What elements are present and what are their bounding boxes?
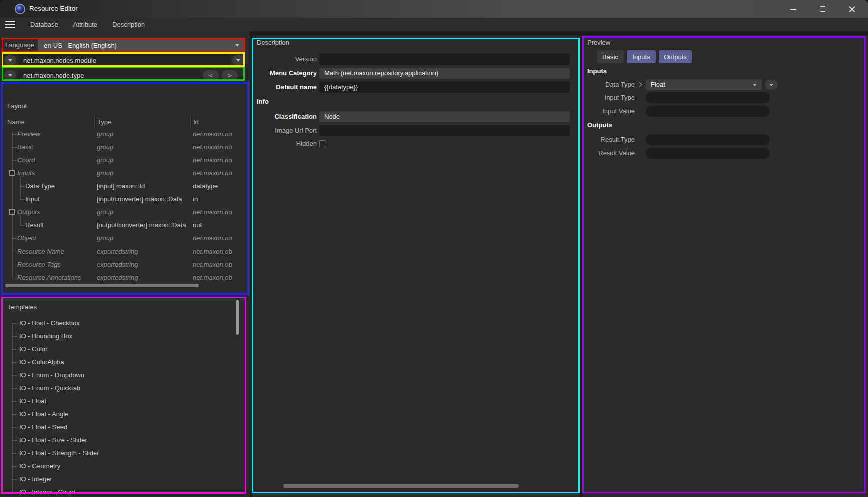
menu-category-field[interactable]: Math (net.maxon.repository.application) xyxy=(319,68,570,79)
column-header-id[interactable]: Id xyxy=(190,116,249,128)
list-item[interactable]: IO - ColorAlpha xyxy=(0,356,246,369)
row-type-cell: [output/converter] maxon::Data xyxy=(94,219,190,232)
row-name-cell: Data Type xyxy=(0,180,94,193)
row-id-cell: net.maxon.no xyxy=(190,141,249,154)
row-type-cell: group xyxy=(94,141,190,154)
collapse-expander-icon[interactable] xyxy=(9,209,15,215)
inputs-section-title: Inputs xyxy=(587,67,607,75)
list-item[interactable]: IO - Geometry xyxy=(0,460,246,473)
preview-tab[interactable]: Outputs xyxy=(659,50,692,63)
row-name-cell: Resource Annotations xyxy=(0,271,94,282)
image-url-port-field[interactable] xyxy=(319,125,570,136)
maximize-button[interactable] xyxy=(811,0,834,18)
menu-item[interactable]: Description xyxy=(111,20,146,29)
table-row[interactable]: Result [output/converter] maxon::Data ou… xyxy=(0,219,249,232)
list-item[interactable]: IO - Bool - Checkbox xyxy=(0,317,246,330)
row-id-cell: net.maxon.no xyxy=(190,154,249,167)
hidden-checkbox[interactable] xyxy=(319,140,326,147)
input-type-label: Input Type xyxy=(535,92,635,103)
preview-tab[interactable]: Basic xyxy=(597,50,624,63)
result-value-field[interactable] xyxy=(646,148,770,159)
table-row[interactable]: Data Type [input] maxon::Id datatype xyxy=(0,180,249,193)
minimize-button[interactable] xyxy=(782,0,805,18)
classification-field[interactable]: Node xyxy=(319,111,570,122)
description-horizontal-scrollbar[interactable] xyxy=(283,484,519,488)
list-item[interactable]: IO - Enum - Dropdown xyxy=(0,369,246,382)
default-name-field[interactable]: {{datatype}} xyxy=(319,82,570,93)
table-row[interactable]: Object group net.maxon.no xyxy=(0,232,249,245)
hidden-row: Hidden xyxy=(253,138,573,149)
menu-bar: DatabaseAttributeDescription xyxy=(0,18,868,31)
node-type-field[interactable]: net.maxon.node.type xyxy=(18,69,200,82)
data-type-row: Data Type Float xyxy=(583,79,863,90)
templates-vertical-scrollbar[interactable] xyxy=(236,300,239,335)
list-item[interactable]: IO - Float - Angle xyxy=(0,408,246,421)
chevron-down-icon xyxy=(769,84,773,86)
table-row[interactable]: Inputs group net.maxon.no xyxy=(0,167,249,180)
list-item[interactable]: IO - Float - Seed xyxy=(0,421,246,434)
table-row[interactable]: Basic group net.maxon.no xyxy=(0,141,249,154)
module-options-button[interactable] xyxy=(232,55,244,65)
version-field[interactable] xyxy=(319,54,570,65)
row-id-cell: datatype xyxy=(190,180,249,193)
module-dropdown-button[interactable] xyxy=(4,55,16,65)
collapse-expander-icon[interactable] xyxy=(9,170,15,176)
row-id-cell: net.maxon.ob xyxy=(190,258,249,271)
data-type-options-button[interactable] xyxy=(765,80,778,90)
data-type-dropdown[interactable]: Float xyxy=(646,79,762,90)
input-type-field[interactable] xyxy=(646,92,770,103)
input-value-field[interactable] xyxy=(646,106,770,117)
menu-item[interactable]: Attribute xyxy=(72,20,98,29)
list-item[interactable]: IO - Integer xyxy=(0,473,246,486)
column-header-name[interactable]: Name xyxy=(0,116,94,128)
table-row[interactable]: Resource Name exportedstring net.maxon.o… xyxy=(0,245,249,258)
row-type-cell: exportedstring xyxy=(94,271,190,282)
module-id-field[interactable]: net.maxon.nodes.module xyxy=(18,54,230,67)
row-type-cell: exportedstring xyxy=(94,245,190,258)
table-row[interactable]: Resource Annotations exportedstring net.… xyxy=(0,271,249,282)
list-item[interactable]: IO - Float xyxy=(0,395,246,408)
list-item[interactable]: IO - Color xyxy=(0,343,246,356)
list-item[interactable]: IO - Float - Size - Slider xyxy=(0,434,246,447)
maximize-icon xyxy=(820,6,825,12)
close-button[interactable] xyxy=(840,0,863,18)
templates-panel-title: Templates xyxy=(7,303,37,311)
next-node-button[interactable]: > xyxy=(222,70,238,81)
result-value-row: Result Value xyxy=(583,148,863,159)
menu-category-row: Menu Category Math (net.maxon.repository… xyxy=(253,68,573,79)
table-row[interactable]: Resource Tags exportedstring net.maxon.o… xyxy=(0,258,249,271)
preview-tab[interactable]: Inputs xyxy=(627,50,656,63)
hamburger-menu-icon[interactable] xyxy=(5,21,15,28)
type-dropdown-button[interactable] xyxy=(4,70,16,80)
chevron-down-icon xyxy=(235,44,239,47)
layout-table-rows: Preview group net.maxon.no Basic group n… xyxy=(0,128,249,282)
layout-horizontal-scrollbar[interactable] xyxy=(5,284,199,287)
menu-items: DatabaseAttributeDescription xyxy=(29,21,159,28)
table-row[interactable]: Input [input/converter] maxon::Data in xyxy=(0,193,249,206)
row-name-cell: Preview xyxy=(0,128,94,141)
chevron-right-icon xyxy=(637,82,642,87)
image-url-port-label: Image Url Port xyxy=(253,125,317,136)
node-type-row: net.maxon.node.type < > xyxy=(0,69,249,82)
result-type-label: Result Type xyxy=(535,134,635,145)
row-type-cell: group xyxy=(94,128,190,141)
column-header-type[interactable]: Type xyxy=(94,116,190,128)
menu-item[interactable]: Database xyxy=(29,20,59,29)
classification-row: Classification Node xyxy=(253,111,573,122)
table-row[interactable]: Outputs group net.maxon.no xyxy=(0,206,249,219)
version-label: Version xyxy=(253,54,317,65)
list-item[interactable]: IO - Bounding Box xyxy=(0,330,246,343)
list-item[interactable]: IO - Enum - Quicktab xyxy=(0,382,246,395)
table-row[interactable]: Coord group net.maxon.no xyxy=(0,154,249,167)
result-type-field[interactable] xyxy=(646,134,770,145)
row-id-cell: net.maxon.ob xyxy=(190,245,249,258)
language-dropdown[interactable]: en-US - English (English) xyxy=(38,39,245,52)
layout-panel-title: Layout xyxy=(7,102,27,110)
layout-panel: Layout Name Type Id Preview group net.ma… xyxy=(0,83,249,295)
prev-node-button[interactable]: < xyxy=(203,70,219,81)
list-item[interactable]: IO - Integer - Count xyxy=(0,486,246,494)
table-row[interactable]: Preview group net.maxon.no xyxy=(0,128,249,141)
row-type-cell: group xyxy=(94,154,190,167)
list-item[interactable]: IO - Float - Strength - Slider xyxy=(0,447,246,460)
default-name-row: Default name {{datatype}} xyxy=(253,82,573,93)
